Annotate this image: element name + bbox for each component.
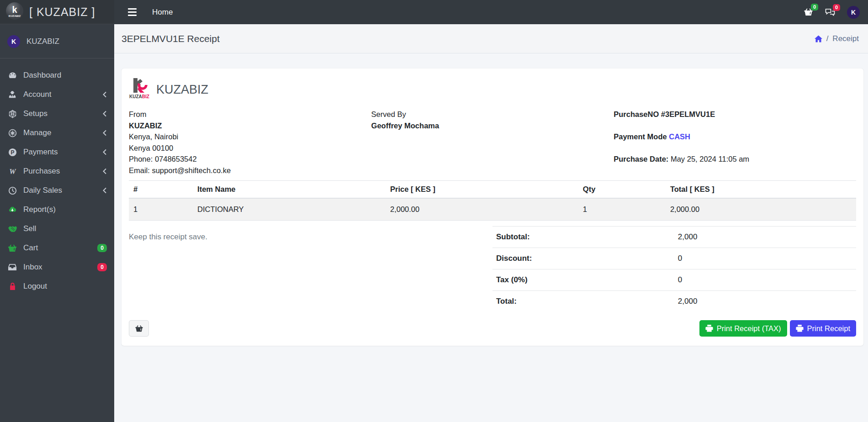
col-header-item-name: Item Name <box>193 181 386 199</box>
printer-icon <box>796 325 804 332</box>
totals-summary: Subtotal: 2,000 Discount: 0 Tax (0%) 0 T… <box>492 226 856 312</box>
from-phone: Phone: 0748653542 <box>129 153 371 165</box>
navbar-messages-button[interactable]: 0 <box>825 8 835 16</box>
sidebar-item-label: Purchases <box>23 167 60 176</box>
receipt-card: KUZABIZ KUZABIZ From KUZABIZ Kenya, Nair… <box>122 69 863 346</box>
sidebar-item-label: Account <box>23 90 51 99</box>
col-header-total: Total [ KES ] <box>666 181 856 199</box>
navbar-cart-button[interactable]: 0 <box>804 8 813 16</box>
navbar-user-avatar[interactable]: K <box>847 6 860 19</box>
setups-icon <box>7 110 17 118</box>
cell-index: 1 <box>129 198 193 221</box>
tax-value: 0 <box>678 275 682 285</box>
print-receipt-button[interactable]: Print Receipt <box>790 320 856 337</box>
purchase-info-section: PurchaseNO #3EPELMVU1E Payment Mode CASH… <box>614 109 856 176</box>
svg-text:KUZABIZ: KUZABIZ <box>129 94 149 99</box>
receipt-logo: KUZABIZ <box>129 77 150 102</box>
from-section: From KUZABIZ Kenya, Nairobi Kenya 00100 … <box>129 109 371 176</box>
cell-item-name: DICTIONARY <box>193 198 386 221</box>
manage-icon <box>7 129 17 137</box>
col-header-qty: Qty <box>578 181 666 199</box>
receipt-bottom-row: Keep this receipt save. Subtotal: 2,000 … <box>129 226 856 312</box>
sidebar-item-cart[interactable]: Cart 0 <box>0 238 114 258</box>
content-header: 3EPELMVU1E Receipt / Receipt <box>114 24 868 53</box>
chevron-left-icon <box>102 168 107 174</box>
items-table-header-row: # Item Name Price [ KES ] Qty Total [ KE… <box>129 181 856 199</box>
served-by-name: Geoffrey Mochama <box>371 120 614 132</box>
chevron-left-icon <box>102 111 107 117</box>
summary-row-total: Total: 2,000 <box>492 290 856 312</box>
brand-logo-icon: k KUZABIZ <box>5 2 24 22</box>
from-email: Email: support@shiftech.co.ke <box>129 165 371 176</box>
cell-total: 2,000.00 <box>666 198 856 221</box>
receipt-company-name: KUZABIZ <box>156 83 208 97</box>
purchase-date-line: Purchase Date: May 25, 2024 11:05 am <box>614 153 856 165</box>
brand-header[interactable]: k KUZABIZ [ KUZABIZ ] <box>0 0 114 24</box>
breadcrumb-separator: / <box>826 34 829 43</box>
hamburger-menu-icon[interactable] <box>128 8 137 16</box>
sidebar-item-reports[interactable]: Report(s) <box>0 200 114 219</box>
from-name: KUZABIZ <box>129 120 371 132</box>
navbar-messages-badge: 0 <box>833 4 840 11</box>
logout-lock-icon <box>7 282 17 290</box>
sidebar-item-sell[interactable]: Sell <box>0 219 114 238</box>
purchase-date-value: May 25, 2024 11:05 am <box>671 155 749 163</box>
sidebar-item-dashboard[interactable]: Dashboard <box>0 66 114 85</box>
print-receipt-tax-label: Print Receipt (TAX) <box>717 324 781 333</box>
dashboard-icon <box>7 71 17 80</box>
sidebar-item-purchases[interactable]: W Purchases <box>0 162 114 181</box>
cart-icon <box>7 244 17 253</box>
chevron-left-icon <box>102 130 107 136</box>
sidebar-item-label: Cart <box>23 243 38 253</box>
subtotal-value: 2,000 <box>678 232 698 242</box>
sidebar-user-panel[interactable]: K KUZABIZ <box>0 24 114 58</box>
purchases-icon: W <box>7 167 17 176</box>
from-address-line2: Kenya 00100 <box>129 142 371 154</box>
sell-icon <box>7 225 17 233</box>
payment-mode-line: Payment Mode CASH <box>614 131 856 142</box>
sidebar-item-label: Dashboard <box>23 71 61 80</box>
cart-count-badge: 0 <box>97 244 107 252</box>
receipt-note: Keep this receipt save. <box>129 226 492 312</box>
summary-row-discount: Discount: 0 <box>492 248 856 269</box>
from-address-line1: Kenya, Nairobi <box>129 131 371 142</box>
breadcrumb: / Receipt <box>815 34 859 43</box>
sidebar-item-label: Setups <box>23 109 48 118</box>
sidebar-item-label: Payments <box>23 148 58 157</box>
top-navbar: Home 0 0 K <box>114 0 868 24</box>
sidebar: k KUZABIZ [ KUZABIZ ] K KUZABIZ Dashboar… <box>0 0 114 422</box>
items-table: # Item Name Price [ KES ] Qty Total [ KE… <box>129 180 856 221</box>
print-receipt-tax-button[interactable]: Print Receipt (TAX) <box>699 320 787 337</box>
chevron-left-icon <box>102 187 107 194</box>
breadcrumb-home-link[interactable] <box>815 35 822 42</box>
basket-icon <box>135 325 143 332</box>
sidebar-item-label: Daily Sales <box>23 186 62 195</box>
chevron-left-icon <box>102 91 107 98</box>
sidebar-item-account[interactable]: Account <box>0 85 114 104</box>
print-receipt-label: Print Receipt <box>807 324 850 333</box>
sidebar-item-daily-sales[interactable]: Daily Sales <box>0 181 114 200</box>
receipt-brand-row: KUZABIZ KUZABIZ <box>129 77 856 102</box>
svg-text:k: k <box>12 5 17 15</box>
svg-text:W: W <box>9 167 16 175</box>
summary-row-tax: Tax (0%) 0 <box>492 269 856 290</box>
nav-home-link[interactable]: Home <box>152 8 173 17</box>
sidebar-nav: Dashboard Account Setups Manage P <box>0 58 114 296</box>
svg-text:P: P <box>11 149 14 155</box>
sidebar-item-logout[interactable]: Logout <box>0 277 114 296</box>
sidebar-item-manage[interactable]: Manage <box>0 123 114 142</box>
sidebar-item-setups[interactable]: Setups <box>0 104 114 123</box>
served-by-section: Served By Geoffrey Mochama <box>371 109 614 176</box>
sidebar-item-payments[interactable]: P Payments <box>0 142 114 162</box>
sidebar-item-label: Inbox <box>23 263 42 272</box>
inbox-count-badge: 0 <box>97 263 107 271</box>
printer-icon <box>705 325 713 332</box>
table-row: 1 DICTIONARY 2,000.00 1 2,000.00 <box>129 198 856 221</box>
sidebar-user-name: KUZABIZ <box>26 37 59 46</box>
sidebar-item-inbox[interactable]: Inbox 0 <box>0 258 114 277</box>
sidebar-item-label: Sell <box>23 224 36 233</box>
purchase-date-label: Purchase Date: <box>614 155 668 163</box>
discount-label: Discount: <box>496 254 678 263</box>
cell-qty: 1 <box>578 198 666 221</box>
add-to-cart-button[interactable] <box>129 320 149 337</box>
